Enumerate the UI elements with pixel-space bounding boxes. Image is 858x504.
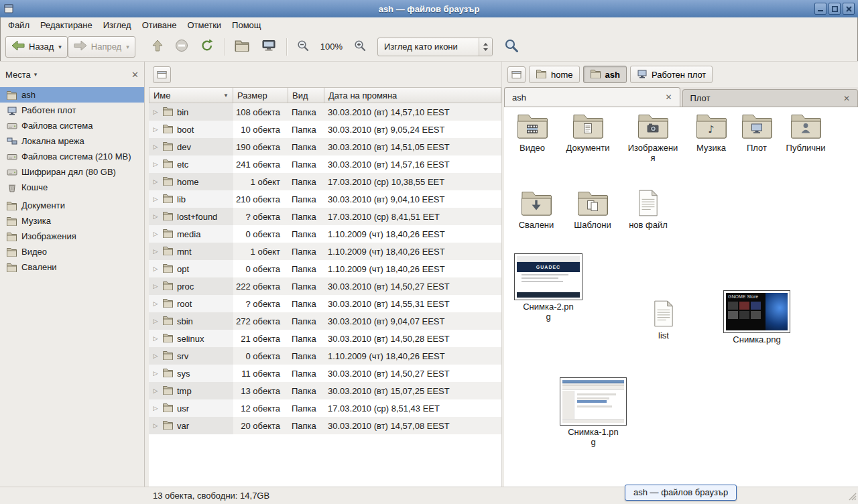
reload-button[interactable] — [194, 36, 220, 58]
zoom-out-button[interactable] — [291, 36, 315, 58]
file-row[interactable]: ▷tmp13 обектаПапка30.03.2010 (вт) 15,07,… — [149, 382, 501, 399]
icon-view-item[interactable]: Публични — [774, 113, 838, 153]
menu-item[interactable]: Файл — [3, 19, 35, 32]
icon-view-item[interactable]: list — [631, 300, 696, 341]
home-button[interactable] — [229, 36, 255, 58]
close-button[interactable] — [843, 3, 855, 15]
tab-close-icon[interactable]: ✕ — [843, 94, 850, 103]
menu-item[interactable]: Отиване — [137, 19, 182, 32]
expander-icon[interactable]: ▷ — [152, 196, 159, 202]
tab[interactable]: ash✕ — [504, 87, 680, 107]
expander-icon[interactable]: ▷ — [152, 126, 159, 133]
menu-item[interactable]: Изглед — [98, 19, 137, 32]
computer-button[interactable] — [255, 36, 282, 58]
expander-icon[interactable]: ▷ — [152, 231, 159, 237]
expander-icon[interactable]: ▷ — [152, 213, 159, 220]
file-row[interactable]: ▷bin108 обектаПапка30.03.2010 (вт) 14,57… — [149, 103, 501, 121]
file-row[interactable]: ▷media0 обектаПапка1.10.2009 (чт) 18,40,… — [149, 225, 501, 243]
icon-view-item[interactable]: GNOME StoreСнимка.png — [725, 290, 789, 345]
up-button[interactable] — [146, 36, 169, 58]
file-row[interactable]: ▷proc222 обектаПапка30.03.2010 (вт) 14,5… — [149, 277, 501, 295]
expander-icon[interactable]: ▷ — [152, 335, 159, 342]
column-header[interactable]: Вид — [288, 87, 324, 103]
file-row[interactable]: ▷etc241 обектаПапка30.03.2010 (вт) 14,57… — [149, 155, 501, 173]
expander-icon[interactable]: ▷ — [152, 318, 159, 324]
sidebar-item[interactable]: Шифриран дял (80 GB) — [0, 164, 144, 180]
sidebar-close-button[interactable]: ✕ — [131, 70, 139, 80]
column-header[interactable]: Дата на промяна — [324, 87, 501, 103]
sidebar-item[interactable]: Файлова система — [0, 118, 144, 133]
icon-view-item[interactable]: Снимка-1.png — [561, 377, 625, 448]
expander-icon[interactable]: ▷ — [152, 353, 159, 359]
file-row[interactable]: ▷root? обектаПапка30.03.2010 (вт) 14,55,… — [149, 295, 501, 312]
zoom-in-button[interactable] — [348, 36, 372, 58]
menu-item[interactable]: Помощ — [227, 19, 266, 32]
view-mode-spinner-icon[interactable] — [479, 38, 492, 56]
search-button[interactable] — [498, 36, 525, 58]
view-mode-select[interactable]: Изглед като икони — [377, 38, 493, 56]
file-row[interactable]: ▷boot10 обектаПапка30.03.2010 (вт) 9,05,… — [149, 121, 501, 138]
back-button[interactable]: Назад ▾ — [5, 36, 68, 58]
back-dropdown-arrow[interactable]: ▾ — [58, 44, 62, 50]
expander-icon[interactable]: ▷ — [152, 387, 159, 394]
column-header[interactable]: Размер — [233, 87, 288, 103]
expander-icon[interactable]: ▷ — [152, 109, 159, 115]
forward-dropdown-arrow[interactable]: ▾ — [126, 44, 129, 50]
stop-button[interactable] — [169, 36, 194, 58]
sidebar-title[interactable]: Места — [5, 70, 31, 80]
column-header[interactable]: Име▼ — [149, 87, 233, 103]
file-row[interactable]: ▷selinux21 обектаПапка30.03.2010 (вт) 14… — [149, 330, 501, 347]
sidebar-item[interactable]: Изображения — [0, 229, 144, 244]
file-row[interactable]: ▷lib210 обектаПапка30.03.2010 (вт) 9,04,… — [149, 190, 501, 208]
file-row[interactable]: ▷sys11 обектаПапка30.03.2010 (вт) 14,50,… — [149, 365, 501, 382]
file-row[interactable]: ▷opt0 обектаПапка1.10.2009 (чт) 18,40,26… — [149, 260, 501, 277]
expander-icon[interactable]: ▷ — [152, 143, 159, 150]
icon-view-item[interactable]: нов файл — [616, 190, 680, 231]
expander-icon[interactable]: ▷ — [152, 300, 159, 307]
expander-icon[interactable]: ▷ — [152, 405, 159, 412]
sidebar-item[interactable]: Документи — [0, 198, 144, 213]
path-button[interactable]: home — [529, 66, 580, 83]
file-row[interactable]: ▷lost+found? обектаПапка17.03.2010 (ср) … — [149, 208, 501, 225]
sidebar-item[interactable]: ash — [0, 87, 144, 103]
sidebar-item[interactable]: Кошче — [0, 180, 144, 195]
file-row[interactable]: ▷usr12 обектаПапка17.03.2010 (ср) 8,51,4… — [149, 399, 501, 417]
icon-view-item[interactable]: Шаблони — [560, 190, 625, 231]
file-row[interactable]: ▷home1 обектПапка17.03.2010 (ср) 10,38,5… — [149, 173, 501, 190]
expander-icon[interactable]: ▷ — [152, 248, 159, 255]
file-row[interactable]: ▷mnt1 обектПапка1.10.2009 (чт) 18,40,26 … — [149, 243, 501, 260]
pane-location-button[interactable] — [153, 66, 171, 83]
places-dropdown-arrow-icon[interactable]: ▾ — [34, 71, 38, 78]
sidebar-item[interactable]: Свалени — [0, 259, 144, 275]
pane-location-button[interactable] — [507, 66, 526, 83]
file-row[interactable]: ▷var20 обектаПапка30.03.2010 (вт) 14,57,… — [149, 417, 501, 434]
window-list-button[interactable]: ash — файлов браузър — [625, 485, 737, 501]
expander-icon[interactable]: ▷ — [152, 265, 159, 272]
expander-icon[interactable]: ▷ — [152, 370, 159, 377]
sidebar-item[interactable]: Файлова система (210 MB) — [0, 149, 144, 164]
menu-item[interactable]: Редактиране — [35, 19, 98, 32]
file-row[interactable]: ▷sbin272 обектаПапка30.03.2010 (вт) 9,04… — [149, 312, 501, 330]
forward-button[interactable]: Напред ▾ — [68, 36, 135, 58]
sidebar-item[interactable]: Музика — [0, 213, 144, 229]
sidebar-item[interactable]: Видео — [0, 244, 144, 259]
expander-icon[interactable]: ▷ — [152, 161, 159, 168]
icon-view-item[interactable]: Свалени — [504, 190, 568, 231]
tab[interactable]: Плот✕ — [682, 89, 858, 107]
path-button[interactable]: ash — [583, 66, 627, 83]
icon-view-item[interactable]: Изображения — [621, 113, 685, 164]
icon-view-item[interactable]: GUADECСнимка-2.png — [516, 253, 580, 322]
minimize-button[interactable] — [814, 3, 826, 15]
sidebar-item[interactable]: Локална мрежа — [0, 133, 144, 149]
maximize-button[interactable] — [829, 3, 841, 15]
path-button[interactable]: Работен плот — [630, 66, 713, 83]
menu-item[interactable]: Отметки — [182, 19, 227, 32]
zoom-level[interactable]: 100% — [320, 42, 343, 52]
title-bar[interactable]: ash — файлов браузър — [0, 0, 858, 17]
icon-view-canvas[interactable]: ВидеоДокументиИзображения♪МузикаПлотПубл… — [504, 107, 858, 487]
expander-icon[interactable]: ▷ — [152, 422, 159, 429]
tab-close-icon[interactable]: ✕ — [665, 92, 672, 102]
expander-icon[interactable]: ▷ — [152, 178, 159, 185]
file-row[interactable]: ▷srv0 обектаПапка1.10.2009 (чт) 18,40,26… — [149, 347, 501, 365]
expander-icon[interactable]: ▷ — [152, 283, 159, 290]
